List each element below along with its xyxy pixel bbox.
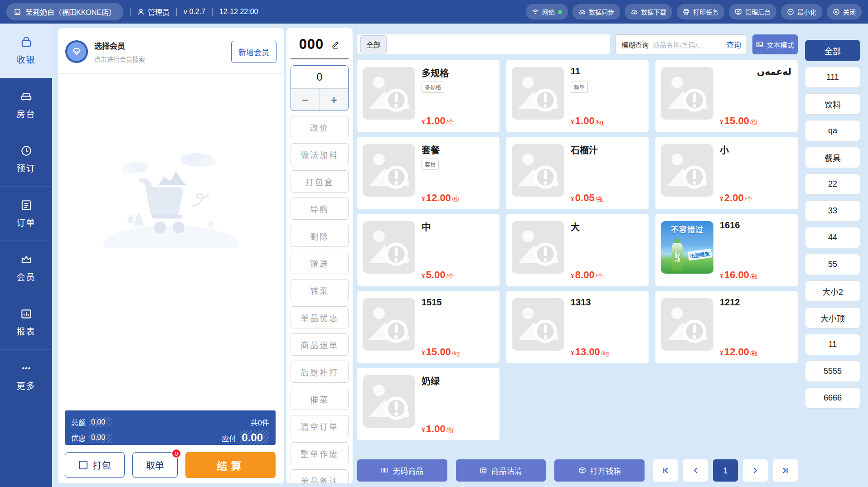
sidebar-item-orders[interactable]: 订单	[0, 187, 52, 241]
product-card[interactable]: 石榴汁 ¥ 0.05 /瓶	[506, 137, 649, 209]
retrieve-order-button[interactable]: 取单 0	[132, 452, 178, 478]
product-image-placeholder	[661, 144, 713, 197]
product-card[interactable]: 1313 ¥ 13.00 /kg	[506, 291, 649, 363]
category-button[interactable]: 饮料	[805, 93, 860, 115]
order-action-button[interactable]: 改价	[291, 116, 349, 138]
last-page-button[interactable]	[773, 459, 798, 482]
product-card[interactable]: 奶绿 ¥ 1.00 /份	[357, 368, 499, 440]
order-action-button[interactable]: 商品退单	[291, 333, 349, 356]
category-button[interactable]: 5555	[805, 361, 860, 382]
order-action-button[interactable]: 催菜	[291, 388, 349, 410]
member-select-bar[interactable]: 选择会员 点击进行会员搜索 新增会员	[58, 28, 284, 74]
search-submit-link[interactable]: 查询	[727, 39, 741, 50]
discount-label: 优惠	[71, 432, 86, 443]
store-badge[interactable]: 茉莉奶白（福田KKONE店）	[6, 3, 123, 20]
product-card[interactable]: 1515 ¥ 15.00 /kg	[357, 291, 499, 363]
category-button[interactable]: 111	[805, 67, 860, 88]
text-mode-button[interactable]: 文本模式	[752, 34, 798, 54]
order-action-button[interactable]: 后厨补打	[291, 361, 349, 383]
category-button[interactable]: 大小2	[805, 280, 860, 302]
order-action-button[interactable]: 清空订单	[291, 415, 349, 437]
product-card[interactable]: 套餐 套餐 ¥ 12.00 /份	[357, 137, 499, 209]
add-member-button[interactable]: 新增会员	[231, 41, 276, 63]
order-action-button[interactable]: 导购	[291, 198, 349, 220]
category-button[interactable]: 44	[805, 227, 860, 248]
product-card[interactable]: لەغمەن ¥ 15.00 /份	[655, 60, 798, 132]
sidebar-item-reservations[interactable]: 预订	[0, 132, 52, 187]
open-cash-drawer-button[interactable]: 打开钱箱	[554, 459, 645, 482]
edit-icon[interactable]	[331, 40, 340, 49]
summary-row-total: 总额 0.00 共0件	[71, 416, 269, 428]
order-action-button[interactable]: 赠送	[291, 252, 349, 274]
product-image-placeholder	[512, 144, 564, 197]
product-price: ¥ 16.00 /瓶	[720, 269, 757, 281]
order-doc-icon	[20, 199, 33, 212]
product-price: ¥ 0.05 /瓶	[571, 192, 603, 204]
order-action-button[interactable]: 整单作废	[291, 442, 349, 464]
order-action-button[interactable]: 转菜	[291, 279, 349, 301]
member-avatar	[65, 40, 88, 63]
category-button[interactable]: 11	[805, 334, 860, 355]
no-barcode-item-button[interactable]: 无码商品	[357, 459, 447, 482]
product-card[interactable]: 小 ¥ 2.00 /个	[655, 137, 798, 209]
print-tasks-button[interactable]: 打印任务	[677, 4, 724, 19]
currency-symbol: ¥	[422, 272, 425, 280]
takeout-toggle-button[interactable]: 打包	[65, 452, 125, 478]
product-card[interactable]: 11 称重 ¥ 1.00 /kg	[506, 60, 649, 132]
category-button[interactable]: qa	[805, 120, 860, 141]
product-search-box[interactable]: 模糊查询 商品名称/条码/... 查询	[616, 34, 747, 54]
order-action-button[interactable]: 做法加料	[291, 143, 349, 165]
minimize-button[interactable]: 最小化	[781, 4, 822, 19]
product-name: 石榴汁	[571, 143, 598, 156]
first-page-button[interactable]	[653, 459, 678, 482]
category-button[interactable]: 6666	[805, 387, 860, 409]
product-name: 奶绿	[422, 374, 440, 387]
category-button[interactable]: 全部	[805, 40, 860, 61]
order-action-button[interactable]: 删除	[291, 225, 349, 247]
data-sync-button[interactable]: 数据同步	[572, 4, 620, 19]
sidebar-item-members[interactable]: 会员	[0, 241, 52, 295]
close-app-button[interactable]: 关闭	[827, 4, 862, 19]
sold-out-label: 商品沽清	[491, 465, 522, 476]
quantity-plus-button[interactable]: +	[320, 89, 349, 111]
sidebar-item-reports[interactable]: 报表	[0, 295, 52, 350]
checkout-button[interactable]: 结算	[185, 452, 276, 478]
category-button[interactable]: 餐具	[805, 147, 860, 168]
category-button[interactable]: 55	[805, 254, 860, 275]
product-price: ¥ 1.00 /kg	[571, 115, 603, 127]
next-page-button[interactable]	[743, 459, 768, 482]
quantity-minus-button[interactable]: −	[291, 89, 320, 111]
sidebar-item-cashier[interactable]: 收银	[0, 24, 52, 78]
category-button[interactable]: 33	[805, 200, 860, 222]
price-value: 5.00	[426, 269, 446, 281]
data-download-button[interactable]: 数据下载	[625, 4, 672, 19]
product-card[interactable]: 不容错过 脉动 出游限定 1616 ¥ 16.00 /瓶	[655, 214, 798, 286]
category-button[interactable]: 22	[805, 174, 860, 195]
sidebar: 收银 房台 预订 订单 会员	[0, 24, 52, 487]
order-action-button[interactable]: 单品优惠	[291, 306, 349, 328]
network-status-button[interactable]: 网络	[526, 4, 568, 19]
sidebar-item-more[interactable]: 更多	[0, 350, 52, 404]
price-unit: /份	[446, 425, 454, 434]
takeout-checkbox[interactable]	[79, 461, 87, 469]
ad-badge: 出游限定	[688, 248, 712, 260]
category-button[interactable]: 大小顶	[805, 307, 860, 328]
order-number-row[interactable]: 000	[291, 36, 349, 53]
order-action-button[interactable]: 单品备注	[291, 469, 349, 483]
current-page-button[interactable]: 1	[713, 459, 738, 482]
order-action-button[interactable]: 打包盒	[291, 170, 349, 193]
product-image-placeholder	[363, 67, 415, 120]
product-card[interactable]: 1212 ¥ 12.00 /瓶	[655, 291, 798, 363]
product-card[interactable]: 大 ¥ 8.00 /个	[506, 214, 649, 286]
admin-console-button[interactable]: 管理后台	[729, 4, 776, 19]
current-user[interactable]: 管理员	[137, 6, 170, 17]
product-card[interactable]: 多规格 多规格 ¥ 1.00 /个	[357, 60, 499, 132]
sidebar-item-tables[interactable]: 房台	[0, 78, 52, 132]
search-input[interactable]: 商品名称/条码/...	[653, 40, 723, 49]
total-label: 总额	[71, 417, 86, 428]
category-chip-all[interactable]: 全部	[360, 35, 387, 53]
prev-page-button[interactable]	[683, 459, 708, 482]
sold-out-button[interactable]: 商品沽清	[456, 459, 546, 482]
product-card[interactable]: 中 ¥ 5.00 /个	[357, 214, 499, 286]
quantity-value[interactable]: 0	[291, 66, 348, 89]
